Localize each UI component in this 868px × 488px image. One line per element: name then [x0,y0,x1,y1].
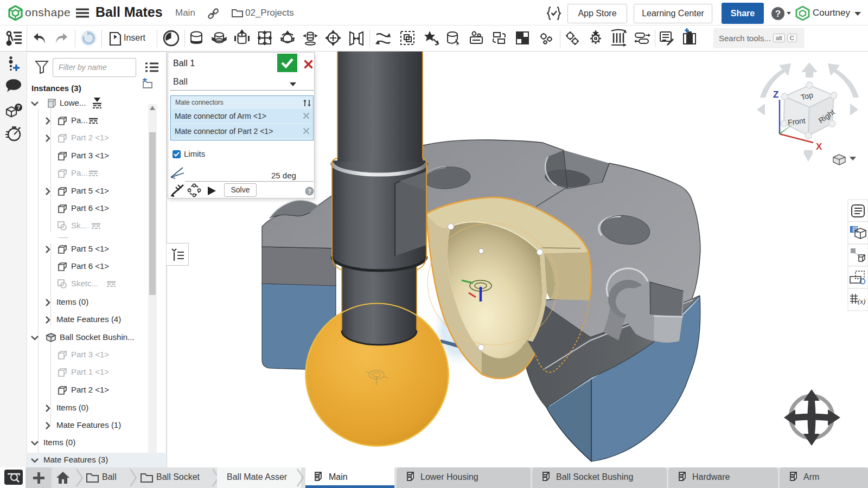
svg-text:(x): (x) [858,297,865,305]
svg-text:Z: Z [773,89,778,100]
svg-text:X: X [816,142,822,152]
svg-text:?: ? [775,9,781,19]
svg-text:?: ? [17,104,21,111]
svg-text:?: ? [308,188,311,195]
